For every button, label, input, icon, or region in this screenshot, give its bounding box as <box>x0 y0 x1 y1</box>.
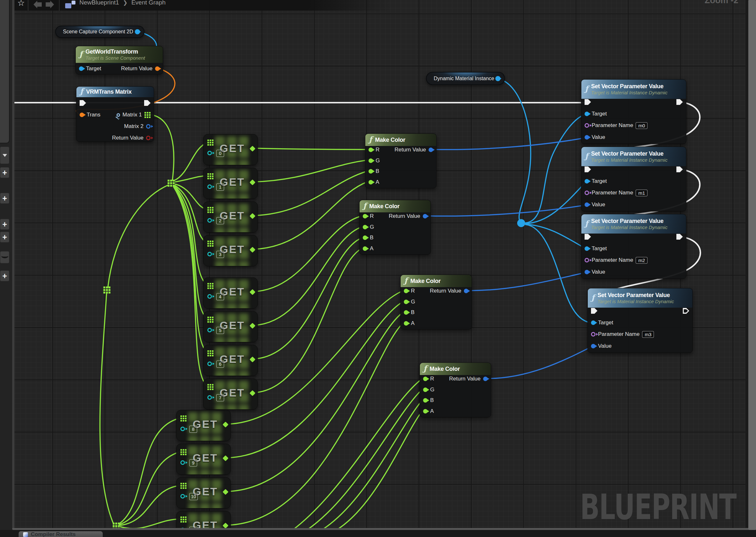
r-input-pin[interactable] <box>363 214 367 219</box>
set-vector-parameter-value-node[interactable]: ƒSet Vector Parameter ValueTarget is Mat… <box>581 146 686 211</box>
index-value[interactable]: 2 <box>216 217 224 224</box>
matrix2-output-pin[interactable] <box>146 124 151 129</box>
get-array-element-node[interactable]: GET9 <box>176 444 231 475</box>
target-input-pin[interactable] <box>591 320 596 325</box>
get-array-element-node[interactable]: GET5 <box>203 311 258 342</box>
exec-pin[interactable] <box>80 100 86 106</box>
matrix1-array-output-pin[interactable] <box>145 112 151 118</box>
target-input-pin[interactable] <box>79 66 83 71</box>
return-value-output-pin[interactable] <box>428 147 433 152</box>
a-input-pin[interactable] <box>369 180 373 185</box>
index-value[interactable]: 8 <box>189 426 197 433</box>
parameter-name-input-pin[interactable] <box>591 332 596 337</box>
array-input-pin[interactable] <box>207 140 213 145</box>
index-value[interactable]: 7 <box>216 394 224 401</box>
dynamic-material-instance-node[interactable]: Dynamic Material Instance <box>426 72 505 85</box>
scrollbar-track[interactable] <box>745 0 756 530</box>
scene-capture-component-node[interactable]: Scene Capture Component 2D <box>55 26 145 38</box>
array-input-pin[interactable] <box>180 449 187 455</box>
forward-arrow-icon[interactable] <box>46 1 54 8</box>
b-input-pin[interactable] <box>369 169 373 174</box>
index-value[interactable]: 10 <box>189 493 198 500</box>
get-array-element-node[interactable]: GET10 <box>176 477 231 509</box>
return-value-output-pin[interactable] <box>483 377 488 381</box>
r-input-pin[interactable] <box>423 377 427 381</box>
value-input-pin[interactable] <box>585 202 589 207</box>
index-value[interactable]: 1 <box>216 184 224 190</box>
exec-pin[interactable] <box>585 166 591 172</box>
index-input-pin[interactable] <box>180 460 185 465</box>
index-value[interactable]: 9 <box>189 459 197 467</box>
return-value-output-pin[interactable] <box>423 214 427 219</box>
parameter-name-value[interactable]: m2 <box>636 257 647 264</box>
set-vector-parameter-value-node[interactable]: ƒSet Vector Parameter ValueTarget is Mat… <box>581 214 686 279</box>
array-input-pin[interactable] <box>180 483 187 489</box>
g-input-pin[interactable] <box>423 388 427 392</box>
parameter-name-input-pin[interactable] <box>585 190 589 195</box>
return-value-output-pin[interactable] <box>155 66 159 71</box>
parameter-name-input-pin[interactable] <box>585 123 589 128</box>
array-input-pin[interactable] <box>207 173 213 179</box>
value-input-pin[interactable] <box>591 344 596 349</box>
target-input-pin[interactable] <box>585 246 589 251</box>
output-pin[interactable] <box>249 356 255 362</box>
index-input-pin[interactable] <box>207 328 212 332</box>
exec-pin[interactable] <box>676 99 683 105</box>
parameter-name-value[interactable]: m3 <box>642 331 654 338</box>
target-input-pin[interactable] <box>585 179 589 184</box>
object-output-pin[interactable] <box>495 76 501 81</box>
trans-input-pin[interactable] <box>80 113 84 117</box>
object-reroute-node[interactable] <box>517 219 525 227</box>
array-reroute-node[interactable] <box>103 286 111 294</box>
scrollbar-thumb[interactable] <box>748 0 756 530</box>
back-arrow-icon[interactable] <box>33 1 42 8</box>
value-input-pin[interactable] <box>585 135 589 140</box>
eye-button[interactable] <box>0 251 9 263</box>
get-array-element-node[interactable]: GET0 <box>203 134 258 165</box>
index-input-pin[interactable] <box>207 218 212 223</box>
get-array-element-node[interactable]: GET6 <box>203 345 258 376</box>
add-button[interactable]: + <box>0 219 9 230</box>
get-array-element-node[interactable]: GET3 <box>203 235 258 266</box>
index-input-pin[interactable] <box>207 185 212 189</box>
get-array-element-node[interactable]: GET11 <box>176 511 231 530</box>
panel-splitter[interactable] <box>12 0 15 537</box>
index-value[interactable]: 6 <box>216 360 224 368</box>
make-color-node[interactable]: ƒMake ColorRGBAReturn Value <box>359 200 431 255</box>
add-button[interactable]: + <box>0 193 9 204</box>
b-input-pin[interactable] <box>363 235 367 240</box>
array-input-pin[interactable] <box>207 350 213 356</box>
array-input-pin[interactable] <box>207 317 213 323</box>
vrmtrans-matrix-node[interactable]: ƒVRMTrans MatrixTransMatrix 1Matrix 2Ret… <box>76 86 154 142</box>
a-input-pin[interactable] <box>404 321 408 326</box>
output-pin[interactable] <box>249 247 255 252</box>
exec-pin[interactable] <box>676 166 683 172</box>
index-input-pin[interactable] <box>207 252 212 256</box>
a-input-pin[interactable] <box>423 409 427 413</box>
parameter-name-value[interactable]: m0 <box>636 122 647 129</box>
array-input-pin[interactable] <box>207 207 213 213</box>
get-world-transform-node[interactable]: ƒGetWorldTransformTarget is Scene Compon… <box>75 46 163 74</box>
output-pin[interactable] <box>249 179 255 185</box>
array-input-pin[interactable] <box>207 384 213 390</box>
output-pin[interactable] <box>222 422 228 427</box>
index-input-pin[interactable] <box>180 427 185 431</box>
array-input-pin[interactable] <box>207 283 213 289</box>
exec-pin[interactable] <box>585 234 591 240</box>
make-color-node[interactable]: ƒMake ColorRGBAReturn Value <box>420 362 491 417</box>
output-pin[interactable] <box>249 213 255 219</box>
get-array-element-node[interactable]: GET2 <box>203 201 258 232</box>
parameter-name-value[interactable]: m1 <box>636 189 647 196</box>
index-input-pin[interactable] <box>207 294 212 299</box>
output-pin[interactable] <box>222 489 228 495</box>
output-pin[interactable] <box>249 390 255 396</box>
a-input-pin[interactable] <box>363 246 367 251</box>
exec-pin[interactable] <box>683 308 689 314</box>
array-input-pin[interactable] <box>180 516 187 522</box>
b-input-pin[interactable] <box>404 310 408 315</box>
breadcrumb-graph[interactable]: Event Graph <box>131 0 166 6</box>
value-input-pin[interactable] <box>585 270 589 274</box>
parameter-name-input-pin[interactable] <box>585 258 589 263</box>
index-value[interactable]: 4 <box>216 293 224 300</box>
set-vector-parameter-value-node[interactable]: ƒSet Vector Parameter ValueTarget is Mat… <box>588 288 693 353</box>
